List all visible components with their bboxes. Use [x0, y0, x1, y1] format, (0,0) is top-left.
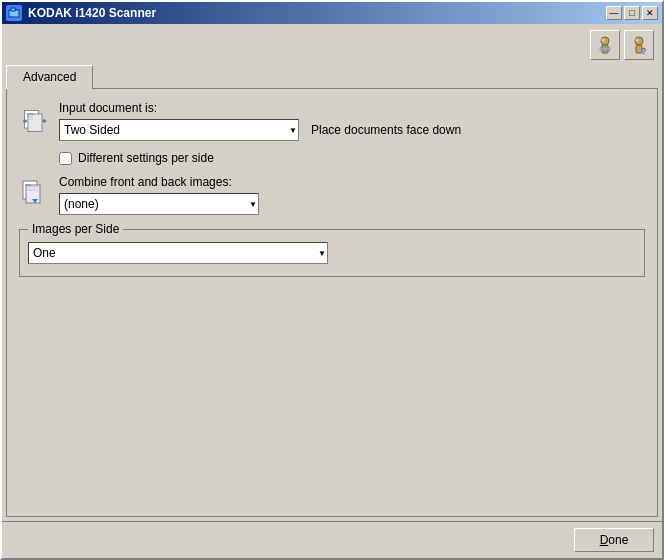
title-bar-text: KODAK i1420 Scanner: [6, 5, 156, 21]
close-button[interactable]: ✕: [642, 6, 658, 20]
svg-point-7: [636, 39, 639, 42]
bottom-bar: Done: [2, 521, 662, 558]
tab-container: Advanced: [6, 64, 658, 517]
face-down-label: Place documents face down: [311, 123, 461, 137]
window-controls: — □ ✕: [606, 6, 658, 20]
toolbar: ?: [6, 28, 658, 64]
svg-point-3: [602, 39, 605, 42]
svg-rect-5: [600, 47, 610, 51]
images-per-side-select[interactable]: One Two: [28, 242, 328, 264]
title-bar: KODAK i1420 Scanner — □ ✕: [2, 2, 662, 24]
main-window: KODAK i1420 Scanner — □ ✕: [0, 0, 664, 560]
document-icon: [19, 105, 51, 137]
input-document-label: Input document is:: [59, 101, 461, 115]
svg-text:?: ?: [641, 46, 647, 56]
tab-bar: Advanced: [6, 64, 658, 88]
svg-rect-1: [11, 8, 15, 11]
input-document-select-wrapper: Two Sided One Sided ▼: [59, 119, 299, 141]
input-document-dropdown-container: Two Sided One Sided ▼ Place documents fa…: [59, 119, 461, 141]
app-icon: [6, 5, 22, 21]
combine-icon: [19, 179, 51, 211]
help-button-2[interactable]: ?: [624, 30, 654, 60]
help-button-1[interactable]: [590, 30, 620, 60]
done-label: Done: [600, 533, 629, 547]
combine-select-wrapper: (none) Front on Top Front on Bottom ▼: [59, 193, 259, 215]
combine-select[interactable]: (none) Front on Top Front on Bottom: [59, 193, 259, 215]
different-settings-label: Different settings per side: [78, 151, 214, 165]
combine-group: Combine front and back images: (none) Fr…: [59, 175, 259, 215]
combine-label: Combine front and back images:: [59, 175, 259, 189]
input-document-group: Input document is: Two Sided One Sided ▼…: [59, 101, 461, 141]
input-document-row: Input document is: Two Sided One Sided ▼…: [19, 101, 645, 141]
done-button[interactable]: Done: [574, 528, 654, 552]
minimize-button[interactable]: —: [606, 6, 622, 20]
done-underline: D: [600, 533, 609, 547]
combine-row: Combine front and back images: (none) Fr…: [19, 175, 645, 215]
tab-content: Input document is: Two Sided One Sided ▼…: [6, 88, 658, 517]
images-per-side-select-wrapper: One Two ▼: [28, 242, 328, 264]
input-document-select[interactable]: Two Sided One Sided: [59, 119, 299, 141]
tab-advanced[interactable]: Advanced: [6, 65, 93, 89]
maximize-button[interactable]: □: [624, 6, 640, 20]
images-per-side-group: Images per Side One Two ▼: [19, 229, 645, 277]
different-settings-checkbox[interactable]: [59, 152, 72, 165]
images-per-side-legend: Images per Side: [28, 222, 123, 236]
different-settings-row: Different settings per side: [59, 151, 645, 165]
window-content: ? Advanced: [2, 24, 662, 521]
